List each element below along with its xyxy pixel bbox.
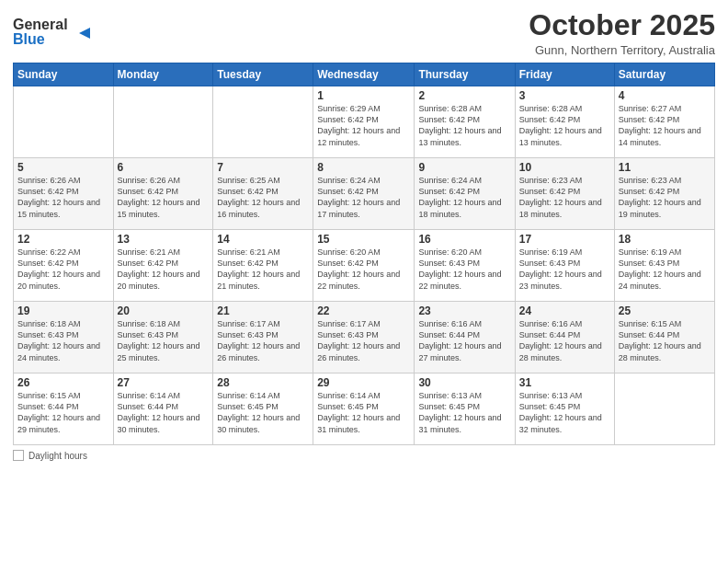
day-number: 19 bbox=[17, 304, 109, 317]
day-info: Sunrise: 6:17 AM Sunset: 6:43 PM Dayligh… bbox=[217, 318, 309, 363]
day-number: 7 bbox=[217, 161, 309, 174]
day-info: Sunrise: 6:23 AM Sunset: 6:42 PM Dayligh… bbox=[619, 175, 711, 220]
calendar-header-saturday: Saturday bbox=[614, 63, 714, 86]
logo: General Blue bbox=[13, 13, 96, 53]
day-info: Sunrise: 6:13 AM Sunset: 6:45 PM Dayligh… bbox=[519, 390, 610, 435]
calendar-cell bbox=[113, 86, 213, 158]
day-info: Sunrise: 6:16 AM Sunset: 6:44 PM Dayligh… bbox=[418, 318, 510, 363]
calendar-header-friday: Friday bbox=[515, 63, 614, 86]
day-number: 9 bbox=[418, 161, 510, 174]
calendar-cell: 24Sunrise: 6:16 AM Sunset: 6:44 PM Dayli… bbox=[515, 302, 614, 373]
calendar-cell: 31Sunrise: 6:13 AM Sunset: 6:45 PM Dayli… bbox=[515, 373, 614, 445]
day-number: 4 bbox=[619, 89, 711, 102]
day-number: 5 bbox=[17, 161, 109, 174]
calendar-cell: 14Sunrise: 6:21 AM Sunset: 6:42 PM Dayli… bbox=[213, 230, 313, 302]
location-subtitle: Gunn, Northern Territory, Australia bbox=[529, 43, 715, 57]
calendar-cell: 6Sunrise: 6:26 AM Sunset: 6:42 PM Daylig… bbox=[113, 158, 213, 230]
day-number: 3 bbox=[519, 89, 610, 102]
day-info: Sunrise: 6:25 AM Sunset: 6:42 PM Dayligh… bbox=[217, 175, 309, 220]
day-info: Sunrise: 6:14 AM Sunset: 6:45 PM Dayligh… bbox=[317, 390, 410, 435]
svg-text:Blue: Blue bbox=[13, 31, 45, 47]
calendar-cell: 17Sunrise: 6:19 AM Sunset: 6:43 PM Dayli… bbox=[515, 230, 614, 302]
month-title: October 2025 bbox=[529, 9, 715, 41]
svg-marker-2 bbox=[79, 28, 90, 39]
day-info: Sunrise: 6:17 AM Sunset: 6:43 PM Dayligh… bbox=[317, 318, 410, 363]
day-number: 10 bbox=[519, 161, 610, 174]
day-number: 31 bbox=[519, 376, 610, 389]
day-number: 24 bbox=[519, 304, 610, 317]
calendar-header-monday: Monday bbox=[113, 63, 213, 86]
day-number: 22 bbox=[317, 304, 410, 317]
day-info: Sunrise: 6:29 AM Sunset: 6:42 PM Dayligh… bbox=[317, 103, 410, 148]
calendar-cell: 1Sunrise: 6:29 AM Sunset: 6:42 PM Daylig… bbox=[313, 86, 415, 158]
day-info: Sunrise: 6:13 AM Sunset: 6:45 PM Dayligh… bbox=[418, 390, 510, 435]
day-info: Sunrise: 6:14 AM Sunset: 6:44 PM Dayligh… bbox=[118, 390, 210, 435]
day-info: Sunrise: 6:14 AM Sunset: 6:45 PM Dayligh… bbox=[217, 390, 309, 435]
calendar-cell: 26Sunrise: 6:15 AM Sunset: 6:44 PM Dayli… bbox=[14, 373, 114, 445]
day-info: Sunrise: 6:24 AM Sunset: 6:42 PM Dayligh… bbox=[418, 175, 510, 220]
day-number: 25 bbox=[619, 304, 711, 317]
calendar-cell: 7Sunrise: 6:25 AM Sunset: 6:42 PM Daylig… bbox=[213, 158, 313, 230]
calendar-cell: 22Sunrise: 6:17 AM Sunset: 6:43 PM Dayli… bbox=[313, 302, 415, 373]
day-number: 2 bbox=[418, 89, 510, 102]
day-info: Sunrise: 6:18 AM Sunset: 6:43 PM Dayligh… bbox=[17, 318, 109, 363]
day-info: Sunrise: 6:22 AM Sunset: 6:42 PM Dayligh… bbox=[17, 247, 109, 292]
calendar-header-sunday: Sunday bbox=[14, 63, 114, 86]
calendar-cell: 12Sunrise: 6:22 AM Sunset: 6:42 PM Dayli… bbox=[14, 230, 114, 302]
day-info: Sunrise: 6:18 AM Sunset: 6:43 PM Dayligh… bbox=[118, 318, 210, 363]
day-info: Sunrise: 6:28 AM Sunset: 6:42 PM Dayligh… bbox=[418, 103, 510, 148]
day-number: 11 bbox=[619, 161, 711, 174]
header: General Blue October 2025 Gunn, Northern… bbox=[13, 9, 715, 57]
day-info: Sunrise: 6:21 AM Sunset: 6:42 PM Dayligh… bbox=[217, 247, 309, 292]
calendar-cell: 9Sunrise: 6:24 AM Sunset: 6:42 PM Daylig… bbox=[415, 158, 515, 230]
footer: Daylight hours bbox=[13, 450, 715, 461]
calendar-cell: 13Sunrise: 6:21 AM Sunset: 6:42 PM Dayli… bbox=[113, 230, 213, 302]
calendar-cell bbox=[213, 86, 313, 158]
day-number: 23 bbox=[418, 304, 510, 317]
day-info: Sunrise: 6:19 AM Sunset: 6:43 PM Dayligh… bbox=[519, 247, 610, 292]
calendar-cell bbox=[614, 373, 714, 445]
day-info: Sunrise: 6:26 AM Sunset: 6:42 PM Dayligh… bbox=[17, 175, 109, 220]
calendar-cell: 28Sunrise: 6:14 AM Sunset: 6:45 PM Dayli… bbox=[213, 373, 313, 445]
day-number: 12 bbox=[17, 233, 109, 246]
calendar-cell: 5Sunrise: 6:26 AM Sunset: 6:42 PM Daylig… bbox=[14, 158, 114, 230]
day-info: Sunrise: 6:23 AM Sunset: 6:42 PM Dayligh… bbox=[519, 175, 610, 220]
calendar-cell: 10Sunrise: 6:23 AM Sunset: 6:42 PM Dayli… bbox=[515, 158, 614, 230]
logo-text: General Blue bbox=[13, 13, 96, 53]
day-number: 6 bbox=[118, 161, 210, 174]
calendar-cell: 21Sunrise: 6:17 AM Sunset: 6:43 PM Dayli… bbox=[213, 302, 313, 373]
day-number: 17 bbox=[519, 233, 610, 246]
day-info: Sunrise: 6:20 AM Sunset: 6:42 PM Dayligh… bbox=[317, 247, 410, 292]
legend-box bbox=[13, 450, 24, 461]
day-info: Sunrise: 6:21 AM Sunset: 6:42 PM Dayligh… bbox=[118, 247, 210, 292]
calendar-header-wednesday: Wednesday bbox=[313, 63, 415, 86]
calendar-table: SundayMondayTuesdayWednesdayThursdayFrid… bbox=[13, 63, 715, 445]
day-info: Sunrise: 6:26 AM Sunset: 6:42 PM Dayligh… bbox=[118, 175, 210, 220]
day-number: 26 bbox=[17, 376, 109, 389]
calendar-cell: 18Sunrise: 6:19 AM Sunset: 6:43 PM Dayli… bbox=[614, 230, 714, 302]
calendar-cell: 11Sunrise: 6:23 AM Sunset: 6:42 PM Dayli… bbox=[614, 158, 714, 230]
day-info: Sunrise: 6:19 AM Sunset: 6:43 PM Dayligh… bbox=[619, 247, 711, 292]
day-number: 21 bbox=[217, 304, 309, 317]
day-info: Sunrise: 6:27 AM Sunset: 6:42 PM Dayligh… bbox=[619, 103, 711, 148]
calendar-header-thursday: Thursday bbox=[415, 63, 515, 86]
day-number: 15 bbox=[317, 233, 410, 246]
calendar-cell: 4Sunrise: 6:27 AM Sunset: 6:42 PM Daylig… bbox=[614, 86, 714, 158]
calendar-header-tuesday: Tuesday bbox=[213, 63, 313, 86]
day-number: 29 bbox=[317, 376, 410, 389]
legend-label: Daylight hours bbox=[28, 451, 87, 461]
page: General Blue October 2025 Gunn, Northern… bbox=[0, 0, 728, 563]
calendar-cell: 3Sunrise: 6:28 AM Sunset: 6:42 PM Daylig… bbox=[515, 86, 614, 158]
calendar-cell: 8Sunrise: 6:24 AM Sunset: 6:42 PM Daylig… bbox=[313, 158, 415, 230]
calendar-cell: 25Sunrise: 6:15 AM Sunset: 6:44 PM Dayli… bbox=[614, 302, 714, 373]
calendar-cell bbox=[14, 86, 114, 158]
calendar-cell: 2Sunrise: 6:28 AM Sunset: 6:42 PM Daylig… bbox=[415, 86, 515, 158]
day-number: 13 bbox=[118, 233, 210, 246]
calendar-cell: 23Sunrise: 6:16 AM Sunset: 6:44 PM Dayli… bbox=[415, 302, 515, 373]
title-block: October 2025 Gunn, Northern Territory, A… bbox=[529, 9, 715, 57]
calendar-cell: 15Sunrise: 6:20 AM Sunset: 6:42 PM Dayli… bbox=[313, 230, 415, 302]
day-info: Sunrise: 6:16 AM Sunset: 6:44 PM Dayligh… bbox=[519, 318, 610, 363]
day-info: Sunrise: 6:15 AM Sunset: 6:44 PM Dayligh… bbox=[17, 390, 109, 435]
day-info: Sunrise: 6:28 AM Sunset: 6:42 PM Dayligh… bbox=[519, 103, 610, 148]
calendar-cell: 19Sunrise: 6:18 AM Sunset: 6:43 PM Dayli… bbox=[14, 302, 114, 373]
